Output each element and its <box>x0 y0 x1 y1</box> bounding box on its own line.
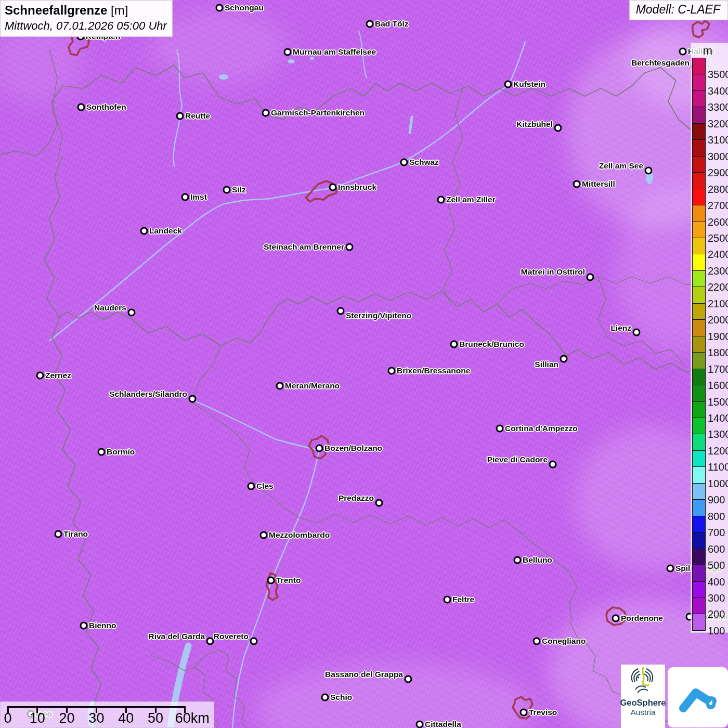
city-label: Nauders <box>94 304 126 312</box>
city-marker <box>366 20 374 28</box>
city-marker <box>337 307 345 315</box>
city-label: Predazzo <box>339 494 374 502</box>
city-label: Meran/Merano <box>285 382 340 390</box>
city-marker <box>400 159 408 166</box>
city-marker <box>375 499 383 507</box>
city-label: Sterzing/Vipiteno <box>346 311 411 320</box>
city-label: Schio <box>330 693 352 701</box>
city-marker <box>416 721 424 728</box>
city-label: Schlanders/Silandro <box>109 390 187 398</box>
city-marker <box>560 355 568 363</box>
city-label: Cittadella <box>425 720 461 728</box>
legend-swatch: 2900 <box>692 156 706 173</box>
city-marker <box>450 341 458 348</box>
city-label: Silz <box>232 186 246 194</box>
legend-value-label: 2600 <box>708 217 728 227</box>
city-marker <box>206 638 214 645</box>
city-marker <box>176 112 184 120</box>
city-marker <box>77 103 85 111</box>
city-label: Treviso <box>529 708 557 717</box>
legend-value-label: 900 <box>708 495 725 505</box>
city-label: Zell am See <box>599 162 643 170</box>
scalebar-label: 50 <box>148 711 163 726</box>
city-marker <box>346 243 354 251</box>
city-marker <box>504 81 512 88</box>
legend-swatch: 3300 <box>692 90 706 107</box>
legend-value-label: 1800 <box>708 347 728 358</box>
city-label: Riva del Garda <box>148 632 205 641</box>
legend-value-label: 1100 <box>708 462 728 472</box>
legend-swatch: 1500 <box>692 385 706 401</box>
legend-value-label: 700 <box>708 527 725 538</box>
title-box: Schneefallgrenze [m] Mittwoch, 07.01.202… <box>0 0 173 37</box>
model-box: Modell: C-LAEF <box>629 0 728 20</box>
city-label: Bad Tölz <box>375 20 409 28</box>
legend-value-label: 1600 <box>708 380 728 391</box>
legend-swatch: 800 <box>692 499 706 516</box>
legend-swatch: 1900 <box>692 319 706 336</box>
legend-swatch: 1000 <box>692 466 706 483</box>
legend-value-label: 2000 <box>708 315 728 325</box>
legend-value-label: 2500 <box>708 233 728 243</box>
city-marker <box>633 329 641 336</box>
city-marker <box>223 186 231 194</box>
legend-swatch: 1300 <box>692 418 706 434</box>
city-label: Trento <box>276 576 301 584</box>
legend-value-label: 3200 <box>708 119 728 129</box>
legend-value-label: 100 <box>708 626 725 636</box>
legend-value-label: 1700 <box>708 364 728 374</box>
city-marker <box>587 274 594 281</box>
city-label: Conegliano <box>542 637 586 645</box>
legend-swatch: 1600 <box>692 369 706 385</box>
legend-value-label: 2100 <box>708 298 728 309</box>
legend-value-label: 400 <box>708 577 725 587</box>
legend-value-label: 3100 <box>708 135 728 145</box>
city-label: Bruneck/Brunico <box>459 340 524 348</box>
legend-swatch: 1200 <box>692 434 706 450</box>
city-label: Imst <box>190 193 207 201</box>
legend-swatch: 2500 <box>692 222 706 238</box>
city-label: Bozen/Bolzano <box>324 444 382 452</box>
city-marker <box>645 167 653 175</box>
city-marker <box>55 530 62 538</box>
legend-value-label: 2400 <box>708 249 728 259</box>
city-marker <box>496 425 504 433</box>
legend: m 35003400330032003100300029002800270026… <box>691 43 728 633</box>
legend-swatch: 2600 <box>692 205 706 222</box>
city-marker <box>437 196 445 204</box>
city-marker <box>98 448 106 456</box>
city-label: Landeck <box>149 227 182 235</box>
legend-swatch: 1100 <box>692 450 706 467</box>
city-marker <box>679 48 687 56</box>
legend-value-label: 800 <box>708 511 725 522</box>
city-label: Brixen/Bressanone <box>397 367 470 375</box>
map-title: Schneefallgrenze [m] <box>5 3 167 18</box>
snowfall-limit-map-page: { "header": { "title": "Schneefallgrenze… <box>0 0 728 728</box>
legend-value-label: 500 <box>708 560 725 570</box>
legend-value-label: 200 <box>708 609 725 619</box>
city-label: Bassano del Grappa <box>325 670 403 679</box>
legend-value-label: 3500 <box>708 69 728 80</box>
scalebar-label: 20 <box>59 711 75 726</box>
city-label: Mezzolombardo <box>269 531 330 539</box>
city-label: Cortina d'Ampezzo <box>505 424 578 433</box>
geosphere-contour-icon <box>627 665 659 697</box>
city-marker <box>181 193 189 201</box>
city-marker <box>667 565 674 573</box>
legend-swatch: 2800 <box>692 172 706 189</box>
city-label: Murnau am Staffelsee <box>293 48 376 56</box>
legend-value-label: 2900 <box>708 167 728 178</box>
city-label: Belluno <box>523 556 552 564</box>
city-label: Sillian <box>535 360 558 369</box>
legend-swatch: 900 <box>692 483 706 500</box>
legend-value-label: 600 <box>708 544 725 554</box>
city-marker <box>80 622 88 630</box>
model-label: Modell: C-LAEF <box>636 3 720 16</box>
weather-map: SchongauBad TölzKemptenMurnau am Staffel… <box>0 0 728 728</box>
city-marker <box>405 675 412 683</box>
legend-swatch: 3500 <box>692 58 706 74</box>
legend-swatch: 2300 <box>692 254 706 270</box>
city-label: Garmisch-Partenkirchen <box>271 109 365 117</box>
scalebar: 0102030405060km <box>0 701 214 728</box>
legend-swatch: 500 <box>692 549 706 565</box>
